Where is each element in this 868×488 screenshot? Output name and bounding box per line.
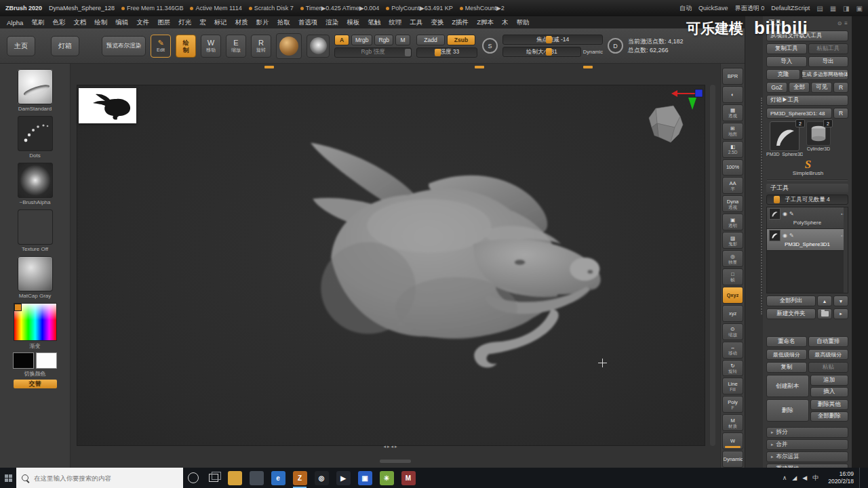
tray-icon[interactable]: ∧ [783,474,787,481]
shelf-button[interactable]: Line Fill [722,378,743,394]
z-intensity-slider[interactable]: Z 强度 33 [416,47,477,58]
subtool-scrollbar[interactable] [844,207,848,293]
list-all-button[interactable]: 全部列出 [766,296,816,306]
palette-pin-icon[interactable]: ⊙ [837,20,842,26]
axis-gizmo[interactable] [671,87,706,111]
cortana-button[interactable] [183,468,203,488]
palette-menu-icon[interactable]: ≡ [844,20,848,26]
menu-item[interactable]: 材质 [231,17,252,28]
menu-item[interactable]: 文件 [132,17,153,28]
menu-item[interactable]: 色彩 [48,17,69,28]
menu-item[interactable]: 帮助 [512,17,533,28]
copy-tool-button[interactable]: 复制工具 [766,43,807,54]
tool-r-button[interactable]: R [833,108,848,119]
search-input[interactable] [33,474,164,483]
subtool-section-header[interactable]: ▸ 拆分 [766,427,848,438]
goz-visible-button[interactable]: 可见 [811,82,832,93]
slider-handle[interactable] [435,49,441,56]
tray-icon[interactable]: 中 [812,474,818,483]
shelf-button[interactable]: Dynamic [722,451,743,468]
gradient-picker[interactable] [14,303,57,341]
default-zscript-label[interactable]: DefaultZScript [771,5,810,12]
shelf-button[interactable]: xyz [722,305,743,322]
menu-item[interactable]: 拾取 [273,17,294,28]
alternate-button[interactable]: 交替 [14,380,57,388]
rgb-button[interactable]: Rgb [374,35,393,45]
quicksave-button[interactable]: QuickSave [698,5,728,12]
lightbox-tool-button[interactable]: 灯箱▶工具 [766,95,848,106]
clone-button[interactable]: 克隆 [766,69,800,80]
shelf-button[interactable]: 100% [722,159,743,176]
menu-item[interactable]: 标记 [210,17,231,28]
menu-item[interactable]: 变换 [427,17,448,28]
shelf-button[interactable]: AA 半 [722,177,743,194]
shelf-button[interactable]: ⊙ 缩放 [722,323,743,340]
brush-thumbnail[interactable] [18,69,53,104]
zsub-button[interactable]: Zsub [447,35,475,45]
shelf-button[interactable]: ◐ [722,86,743,103]
taskbar-app-button[interactable]: ▶ [332,468,354,488]
menu-item[interactable]: Z插件 [448,17,473,28]
subtool-item[interactable]: ◉ ✎ •• PolySphere [767,207,848,229]
menu-item[interactable]: Z脚本 [473,17,498,28]
draw-mode-button[interactable]: 绘 制 [176,35,196,58]
sculptris-pro-icon[interactable]: S [482,38,498,54]
task-view-button[interactable] [203,468,224,488]
menu-item[interactable]: 纹理 [384,17,406,28]
highest-subdiv-button[interactable]: 最高级细分 [808,349,849,360]
delete-button[interactable]: 删除 [766,399,809,422]
material-thumbnail[interactable] [18,256,53,291]
auto-reorder-button[interactable]: 自动重排 [808,336,849,347]
titlebar-icon[interactable]: ▦ [830,5,836,12]
folder-arrow-button[interactable]: ▸ [833,308,848,319]
sculpt-canvas[interactable]: ◂▸◂▸ [77,85,705,446]
insert-button[interactable]: 插入 [810,387,849,398]
create-copy-button[interactable]: 创建副本 [766,375,809,397]
menu-item[interactable]: 工具 [406,17,427,28]
duplicate-button[interactable]: 复制 [766,362,807,373]
alpha-selector[interactable]: ~BrushAlpha [18,163,53,205]
shelf-button[interactable]: ▨ 鬼影 [722,232,743,249]
notification-center-button[interactable] [859,468,868,488]
canvas-resize-handle[interactable]: ◂▸◂▸ [383,444,398,449]
eye-icon[interactable]: ◉ [783,211,787,217]
subtool-item-selected[interactable]: ◉ ✎ •• PM3D_Sphere3D1 [767,229,848,251]
menu-item[interactable]: 模板 [342,17,363,28]
primary-color-swatch[interactable] [13,352,34,369]
move-down-button[interactable]: ▼ [833,296,848,306]
rgb-intensity-slider[interactable]: Rgb 强度 [334,47,412,58]
delete-other-button[interactable]: 删除其他 [810,399,849,410]
menu-item[interactable]: 图层 [153,17,174,28]
dragon-model[interactable] [77,85,705,445]
taskbar-app-button[interactable] [245,468,267,488]
new-folder-button[interactable]: 新建文件夹 [766,308,816,319]
slider-handle[interactable] [546,48,552,56]
tray-icon[interactable]: ◀ [802,474,807,481]
tray-icon[interactable]: ◢ [792,474,797,481]
rename-button[interactable]: 重命名 [766,336,807,347]
alpha-thumbnail[interactable] [18,163,53,198]
shelf-button[interactable]: ◎ 独显 [722,250,743,267]
gizmo-mode-button[interactable]: R 旋转 [251,35,271,58]
tool-slot-active[interactable]: 2 PM3D_Sphere3D1 [766,121,803,157]
folder-icon-button[interactable] [817,308,832,319]
shelf-button[interactable]: Dyna 透视 [722,195,743,212]
start-button[interactable] [0,468,16,488]
stroke-selector[interactable]: Dots [18,116,53,159]
menu-item[interactable]: 渲染 [321,17,342,28]
brush-selector[interactable]: DamStandard [18,69,53,112]
stroke-thumbnail[interactable] [18,116,53,151]
menu-item[interactable]: Alpha [3,18,27,28]
texture-selector[interactable]: Texture Off [18,209,53,252]
goz-r-button[interactable]: R [833,82,848,93]
channel-a-button[interactable]: A [334,35,349,45]
dynamic-label[interactable]: Dynamic [583,49,603,55]
color-picker[interactable]: 渐变 切换颜色 交替 [13,303,57,388]
load-from-project-button[interactable]: 从项目文件载入工具 [766,30,848,41]
taskbar-app-button[interactable]: M [397,468,419,488]
paste-button[interactable]: 粘贴 [808,362,849,373]
gizmo-mode-button[interactable]: W 移动 [201,35,221,58]
menu-item[interactable]: 绘制 [90,17,111,28]
canvas-horizontal-scrollbar[interactable] [380,460,411,463]
menu-item[interactable]: 文档 [69,17,90,28]
